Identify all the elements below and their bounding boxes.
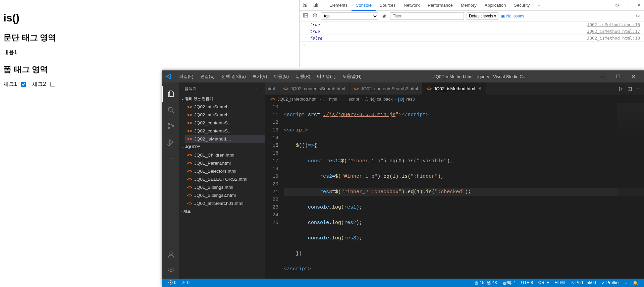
warning-icon: ⚠ <box>182 280 186 285</box>
open-editor-item[interactable]: <>JQ02_contentsS... <box>185 119 265 127</box>
feedback-icon[interactable]: ⫰ <box>623 280 630 285</box>
explorer-icon[interactable] <box>162 86 179 102</box>
log-source-link[interactable]: JQ02_isMethod.html:16 <box>587 22 644 27</box>
file-item[interactable]: <>JQ01_Parent.html <box>185 159 265 167</box>
outline-header[interactable]: › 개요 <box>179 207 265 215</box>
inspect-icon[interactable] <box>300 2 310 8</box>
clear-console-icon[interactable] <box>312 13 318 19</box>
console-toolbar: top ◉ Default levels ▾ ▣ No Issues ⚙ <box>300 11 644 21</box>
menu-go[interactable]: 이동(G) <box>270 73 292 79</box>
editor-tab[interactable]: html <box>265 82 279 95</box>
vscode-titlebar[interactable]: 파일(F) 편집(E) 선택 영역(S) 보기(V) 이동(G) 실행(R) 터… <box>162 70 644 82</box>
log-source-link[interactable]: JQ02_isMethod.html:18 <box>587 36 644 41</box>
levels-select[interactable]: Default levels ▾ <box>467 12 498 20</box>
tab-performance[interactable]: Performance <box>424 0 457 11</box>
bell-icon[interactable]: 🔔 <box>630 280 641 285</box>
split-editor-icon[interactable]: ◫ <box>628 86 632 91</box>
encoding[interactable]: UTF-8 <box>518 280 535 285</box>
more-icon[interactable]: ··· <box>256 86 260 91</box>
file-item[interactable]: <>JQ02_attrSearch01.html <box>185 199 265 207</box>
file-item[interactable]: <>JQ01_Siblings2.html <box>185 191 265 199</box>
maximize-button[interactable]: ☐ <box>610 70 626 82</box>
close-icon[interactable]: ✕ <box>478 86 482 91</box>
checkbox-2[interactable] <box>50 82 55 87</box>
tab-console[interactable]: Console <box>352 0 376 11</box>
indentation[interactable]: 공백: 4 <box>500 280 519 286</box>
debug-icon[interactable] <box>162 134 179 150</box>
minimap[interactable] <box>617 103 644 224</box>
menu-run[interactable]: 실행(R) <box>292 73 314 79</box>
divider <box>323 2 323 8</box>
editor-area: html <>JQ02_contentsSearch.html <>JQ02_c… <box>265 82 644 279</box>
open-editor-item[interactable]: ✕<>JQ02_isMethod.... <box>185 135 265 143</box>
close-icon[interactable]: ✕ <box>633 3 644 8</box>
device-toggle-icon[interactable] <box>310 2 321 8</box>
more-icon[interactable]: ··· <box>162 150 179 166</box>
paragraph-1: 내용1 <box>3 49 238 56</box>
breadcrumb[interactable]: <>JQ02_isMethod.html › ⬚html › ⬚script ›… <box>265 95 644 103</box>
warnings-count[interactable]: ⚠0 <box>179 280 192 285</box>
file-item[interactable]: <>JQ01_Siblings.html <box>185 183 265 191</box>
settings-gear-icon[interactable] <box>162 263 179 279</box>
status-bar: ⓧ0 ⚠0 줄 15, 열 48 공백: 4 UTF-8 CRLF HTML ⦸… <box>162 279 644 287</box>
filter-input[interactable] <box>390 12 464 20</box>
menu-view[interactable]: 보기(V) <box>249 73 270 79</box>
console-prompt[interactable]: › <box>300 42 644 48</box>
open-editor-item[interactable]: <>JQ02_attrSearch... <box>185 111 265 119</box>
code-lines[interactable]: <script src="./js/jquery-3.6.0.min.js"><… <box>284 103 644 279</box>
tab-sources[interactable]: Sources <box>376 0 400 11</box>
open-editors-header[interactable]: ⌄ 열려 있는 편집기 <box>179 95 265 103</box>
log-source-link[interactable]: JQ02_isMethod.html:17 <box>587 29 644 34</box>
scm-icon[interactable] <box>162 118 179 134</box>
menu-file[interactable]: 파일(F) <box>176 73 197 79</box>
tab-application[interactable]: Application <box>481 0 510 11</box>
menu-help[interactable]: 도움말(H) <box>339 73 365 79</box>
gear-icon[interactable]: ⚙ <box>612 3 623 8</box>
html-file-icon: <> <box>187 136 192 141</box>
code-editor[interactable]: 10 11 12 13 14 15 16 17 18 19 20 21 22 2… <box>265 103 644 279</box>
menu-selection[interactable]: 선택 영역(S) <box>218 73 249 79</box>
html-file-icon: <> <box>187 201 192 206</box>
html-file-icon: <> <box>187 104 192 109</box>
file-item[interactable]: <>JQ01_Children.html <box>185 151 265 159</box>
tab-elements[interactable]: Elements <box>325 0 352 11</box>
tab-security[interactable]: Security <box>510 0 534 11</box>
open-editor-item[interactable]: <>JQ02_attrSearch... <box>185 103 265 111</box>
more-icon[interactable]: ··· <box>637 86 641 91</box>
menu-edit[interactable]: 편집(E) <box>197 73 218 79</box>
open-editor-item[interactable]: <>JQ02_contentsS... <box>185 127 265 135</box>
close-button[interactable]: ✕ <box>626 70 641 82</box>
search-icon[interactable] <box>162 102 179 118</box>
no-issues-badge[interactable]: ▣ No Issues <box>501 14 524 18</box>
chevron-right-icon: › <box>181 210 182 213</box>
editor-tab[interactable]: <>JQ02_isMethod.html✕ <box>422 82 486 95</box>
menu-terminal[interactable]: 터미널(T) <box>314 73 339 79</box>
editor-tab[interactable]: <>JQ02_contentsSearch2.html <box>350 82 422 95</box>
sidebar-header: 탐색기 ··· <box>179 82 265 95</box>
editor-tab[interactable]: <>JQ02_contentsSearch.html <box>279 82 350 95</box>
html-file-icon: <> <box>187 161 192 166</box>
account-icon[interactable] <box>162 246 179 263</box>
language-mode[interactable]: HTML <box>552 280 569 285</box>
gear-icon[interactable]: ⚙ <box>635 13 641 18</box>
eol[interactable]: CRLF <box>536 280 552 285</box>
tab-more[interactable]: » <box>534 0 544 11</box>
eye-icon[interactable]: ◉ <box>381 13 387 18</box>
sidebar-toggle-icon[interactable] <box>302 13 309 19</box>
context-select[interactable]: top <box>321 12 378 20</box>
live-server-port[interactable]: ⦸Port : 5500 <box>569 280 599 285</box>
file-item[interactable]: <>JQ01_SELECTORS2.html <box>185 175 265 183</box>
check-icon: ✓ <box>601 280 605 285</box>
prettier-status[interactable]: ✓Prettier <box>599 280 623 285</box>
html-file-icon: <> <box>283 86 289 91</box>
file-item[interactable]: <>JQ01_Selectors.html <box>185 167 265 175</box>
folder-header[interactable]: ⌄ JQUERY <box>179 143 265 151</box>
minimize-button[interactable]: — <box>595 70 610 82</box>
run-icon[interactable]: ▷ <box>619 86 623 91</box>
tab-network[interactable]: Network <box>400 0 424 11</box>
checkbox-1[interactable] <box>21 82 26 87</box>
errors-count[interactable]: ⓧ0 <box>166 280 179 286</box>
cursor-position[interactable]: 줄 15, 열 48 <box>472 280 500 286</box>
tab-memory[interactable]: Memory <box>457 0 481 11</box>
kebab-icon[interactable]: ⋮ <box>623 3 633 8</box>
